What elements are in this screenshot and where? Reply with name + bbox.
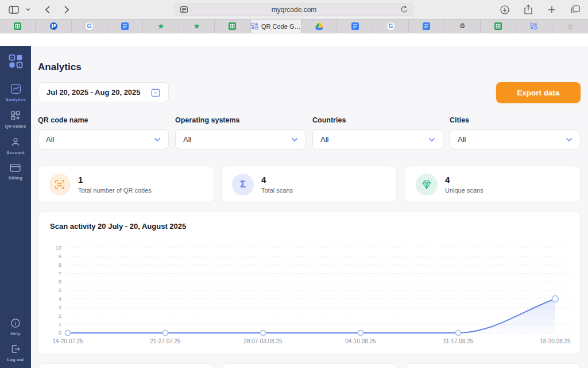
sidebar-item-billing[interactable]: Billing — [9, 163, 22, 181]
browser-tab[interactable] — [36, 20, 71, 33]
new-tab-icon[interactable] — [546, 4, 558, 16]
share-icon[interactable] — [523, 4, 534, 16]
page-title: Analytics — [38, 62, 82, 73]
filter-label: Cities — [450, 116, 581, 124]
sidebar-item-label: Log out — [7, 357, 24, 362]
sidebar-toggle-icon[interactable] — [8, 4, 20, 16]
url-text: myqrcode.com — [188, 6, 400, 14]
browser-tab[interactable] — [107, 20, 143, 33]
chart-title: Scan activity 20 July - 20, August 2025 — [50, 222, 186, 231]
browser-tab-bar: G★★QR Code G…G⚙☆ — [0, 19, 588, 33]
filter-countries: CountriesAll — [312, 116, 443, 150]
stat-card-total-number-of-qr-codes: 1Total number of QR codes — [38, 166, 214, 203]
browser-tab[interactable]: ☆ — [552, 20, 588, 33]
docs-icon — [423, 22, 430, 30]
browser-tab[interactable]: ★ — [143, 20, 179, 33]
analytics-icon — [10, 83, 22, 95]
bottom-card-1 — [38, 363, 214, 368]
sidebar-item-help[interactable]: Help — [10, 317, 21, 336]
svg-text:9: 9 — [59, 253, 61, 259]
dropdown-value: All — [183, 135, 291, 144]
svg-text:1: 1 — [59, 321, 61, 327]
star-green-icon: ★ — [194, 22, 200, 30]
browser-tab[interactable]: G — [72, 20, 107, 33]
address-bar[interactable]: myqrcode.com — [175, 3, 413, 16]
dropdown-value: All — [458, 135, 566, 144]
gear-icon: ⚙ — [459, 22, 466, 30]
browser-tab[interactable] — [409, 20, 444, 33]
browser-toolbar: myqrcode.com — [0, 0, 588, 19]
chevron-down-icon[interactable] — [25, 4, 31, 16]
browser-tab[interactable] — [337, 20, 373, 33]
stat-value: 1 — [78, 175, 152, 186]
google-icon: G — [86, 22, 93, 30]
reader-view-icon[interactable] — [180, 4, 188, 16]
filter-dropdown[interactable]: All — [312, 129, 443, 150]
sidebar-item-logout[interactable]: Log out — [7, 343, 24, 362]
svg-text:8: 8 — [59, 262, 61, 268]
main-content: Analytics Jul 20, 2025 - Aug 20, 2025 Ex… — [31, 46, 588, 368]
docs-icon — [351, 22, 359, 30]
billing-icon — [9, 163, 21, 173]
stat-label: Total number of QR codes — [78, 187, 152, 194]
sheets-icon — [494, 22, 502, 30]
forward-icon[interactable] — [61, 4, 72, 16]
sidebar-item-label: Help — [10, 331, 20, 336]
sidebar-item-label: Account — [6, 150, 24, 155]
trello-icon — [50, 22, 57, 30]
downloads-icon[interactable] — [499, 4, 510, 16]
filter-dropdown[interactable]: All — [38, 129, 169, 150]
browser-tab[interactable]: G — [373, 20, 409, 33]
docs-icon — [121, 22, 129, 30]
chevron-down-icon — [154, 137, 161, 142]
browser-tab[interactable] — [215, 20, 250, 33]
browser-tab[interactable]: ★ — [179, 20, 215, 33]
star-green-icon: ★ — [157, 22, 164, 30]
stat-label: Unique scans — [445, 187, 483, 194]
qr-scan-icon — [49, 174, 71, 195]
filter-dropdown[interactable]: All — [175, 129, 306, 150]
chevron-down-icon — [291, 137, 298, 142]
scan-activity-chart-card: Scan activity 20 July - 20, August 2025 … — [38, 212, 581, 354]
sidebar-item-label: Billing — [9, 175, 22, 181]
browser-tab[interactable]: ⚙ — [444, 20, 480, 33]
qr-app-logo-icon — [8, 53, 24, 69]
tab-overview-icon[interactable] — [570, 4, 581, 16]
sheets-icon — [14, 22, 21, 30]
svg-text:04-10.08.25: 04-10.08.25 — [345, 338, 376, 344]
filter-operating-systems: Operating systemsAll — [175, 116, 306, 150]
help-icon — [10, 317, 21, 329]
back-icon[interactable] — [41, 4, 53, 16]
qr-logo-icon — [251, 22, 258, 30]
google-icon: G — [387, 22, 394, 30]
page-top-band — [0, 33, 588, 46]
filter-cities: CitiesAll — [450, 116, 581, 150]
scan-activity-line-chart: 01234567891014-20.07.2521-27.07.2528.07-… — [38, 241, 581, 353]
filter-label: Countries — [312, 116, 443, 124]
chevron-down-icon — [428, 137, 435, 142]
sidebar-item-analytics[interactable]: Analytics — [5, 83, 25, 102]
browser-tab-active[interactable]: QR Code G… — [251, 20, 302, 33]
sheets-icon — [229, 22, 236, 30]
svg-text:2: 2 — [59, 313, 61, 319]
browser-tab[interactable] — [0, 20, 36, 33]
date-range-picker[interactable]: Jul 20, 2025 - Aug 20, 2025 — [38, 82, 169, 102]
export-data-button[interactable]: Export data — [496, 82, 581, 103]
svg-text:11-17.08.25: 11-17.08.25 — [443, 338, 474, 344]
drive-icon — [315, 23, 323, 30]
stat-card-unique-scans: 4Unique scans — [405, 166, 581, 203]
reload-icon[interactable] — [400, 4, 408, 16]
sidebar-item-account[interactable]: Account — [6, 136, 24, 155]
svg-text:7: 7 — [59, 270, 61, 277]
sidebar-item-qr-codes[interactable]: QR codes — [5, 110, 26, 129]
svg-text:6: 6 — [59, 278, 61, 285]
browser-tab[interactable] — [301, 20, 337, 33]
svg-text:10: 10 — [55, 244, 61, 251]
star-outline-icon: ☆ — [566, 22, 574, 30]
bottom-card-2 — [221, 363, 397, 368]
browser-tab[interactable] — [481, 20, 516, 33]
browser-tab[interactable] — [516, 20, 552, 33]
sidebar-item-label: QR codes — [5, 124, 26, 129]
filter-dropdown[interactable]: All — [450, 129, 581, 150]
app-sidebar: AnalyticsQR codesAccountBilling HelpLog … — [0, 46, 31, 368]
